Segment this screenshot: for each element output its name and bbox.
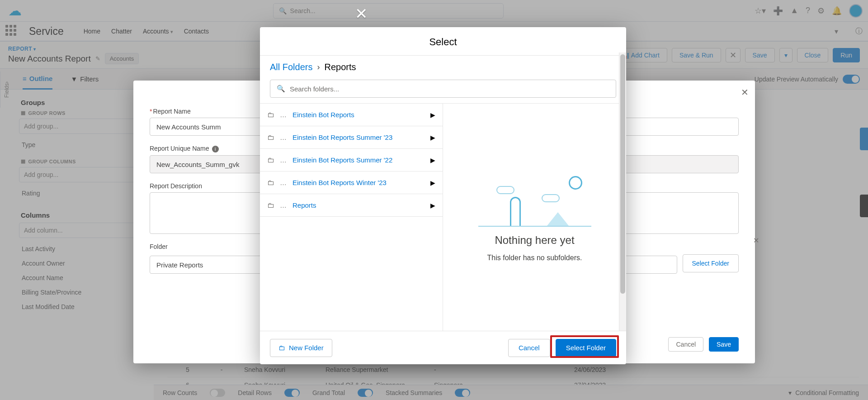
save-dialog-cancel-button[interactable]: Cancel <box>668 337 703 352</box>
folder-icon: 🗀 <box>267 156 274 164</box>
folder-dialog-close-icon[interactable]: ✕ <box>355 5 368 23</box>
folder-item[interactable]: 🗀…Einstein Bot Reports Winter '23 ▶ <box>260 171 443 194</box>
folder-breadcrumb: All Folders › Reports <box>260 56 626 77</box>
folder-item[interactable]: 🗀…Reports ▶ <box>260 194 443 217</box>
folder-dialog-footer: 🗀 New Folder Cancel Select Folder <box>260 331 626 364</box>
folder-item[interactable]: 🗀…Einstein Bot Reports Summer '23 ▶ <box>260 126 443 149</box>
chevron-right-icon: ▶ <box>430 134 435 141</box>
info-icon[interactable]: i <box>212 146 219 152</box>
breadcrumb-current: Reports <box>324 62 356 72</box>
folder-search-input[interactable]: 🔍 Search folders... <box>270 80 616 98</box>
save-dialog-save-button[interactable]: Save <box>709 337 739 352</box>
folder-empty-state: Nothing here yet This folder has no subf… <box>443 104 626 331</box>
folder-icon: 🗀 <box>278 344 285 352</box>
folder-select-button[interactable]: Select Folder <box>556 339 616 357</box>
save-dialog-close-icon[interactable]: ✕ <box>741 87 749 98</box>
folder-cancel-button[interactable]: Cancel <box>508 339 550 357</box>
chevron-right-icon: › <box>317 62 320 72</box>
breadcrumb-root[interactable]: All Folders <box>270 62 312 72</box>
empty-title: Nothing here yet <box>495 234 574 247</box>
chevron-right-icon: ▶ <box>430 157 435 164</box>
folder-icon: 🗀 <box>267 111 274 119</box>
chevron-right-icon: ▶ <box>430 202 435 209</box>
chevron-right-icon: ▶ <box>430 111 435 119</box>
search-icon: 🔍 <box>277 85 285 93</box>
folder-icon: 🗀 <box>267 179 274 187</box>
folder-item[interactable]: 🗀…Einstein Bot Reports ▶ <box>260 104 443 126</box>
new-folder-button[interactable]: 🗀 New Folder <box>270 339 332 357</box>
select-folder-button[interactable]: Select Folder <box>683 254 739 272</box>
folder-dialog-title: Select <box>260 27 626 56</box>
clear-desc-icon[interactable]: ✕ <box>753 236 759 245</box>
dialog-scrollbar[interactable] <box>619 52 626 331</box>
folder-list: 🗀…Einstein Bot Reports ▶ 🗀…Einstein Bot … <box>260 104 443 331</box>
desert-illustration <box>478 172 591 227</box>
folder-item[interactable]: 🗀…Einstein Bot Reports Summer '22 ▶ <box>260 149 443 171</box>
folder-picker-dialog: Select All Folders › Reports 🔍 Search fo… <box>260 27 626 364</box>
chevron-right-icon: ▶ <box>430 179 435 186</box>
empty-subtitle: This folder has no subfolders. <box>487 254 582 262</box>
folder-icon: 🗀 <box>267 133 274 142</box>
folder-icon: 🗀 <box>267 201 274 210</box>
